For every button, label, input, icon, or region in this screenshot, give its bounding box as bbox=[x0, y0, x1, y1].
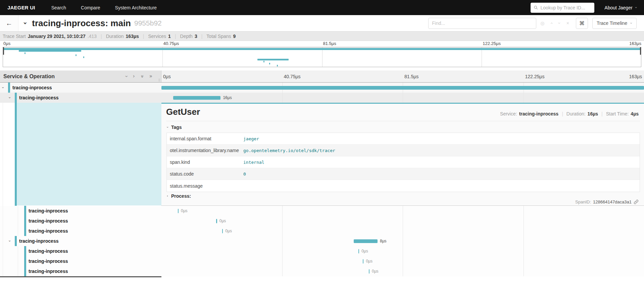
minimap-gridline bbox=[322, 47, 323, 67]
span-color-stripe bbox=[8, 83, 10, 93]
span-name-cell[interactable]: tracing-inprocess bbox=[0, 216, 161, 226]
timeline-gridline bbox=[282, 216, 283, 226]
trace-id-lookup[interactable] bbox=[531, 3, 594, 13]
span-timeline-cell[interactable]: 0µs bbox=[161, 266, 644, 276]
minimap-drag-handle-left[interactable] bbox=[3, 47, 4, 55]
jaeger-ui-logo[interactable]: JAEGER UI bbox=[7, 5, 35, 10]
detail-meta-value: 16µs bbox=[588, 111, 598, 116]
span-name-cell[interactable]: ›tracing-inprocess bbox=[0, 83, 161, 93]
chevron-down-icon: › bbox=[634, 7, 638, 8]
expand-one-icon[interactable]: › bbox=[133, 74, 135, 79]
column-resize-grip[interactable]: || bbox=[158, 78, 160, 82]
top-nav: JAEGER UI Search Compare System Architec… bbox=[0, 0, 644, 15]
timeline-gridline bbox=[282, 246, 283, 256]
span-duration-bar[interactable] bbox=[222, 229, 223, 233]
timeline-gridline bbox=[282, 93, 283, 103]
minimap-drag-handle-right[interactable] bbox=[640, 47, 641, 55]
span-name-cell[interactable]: tracing-inprocess bbox=[0, 206, 161, 216]
span-detail-left-highlight[interactable] bbox=[17, 103, 161, 205]
span-duration-bar[interactable] bbox=[216, 219, 217, 223]
span-duration-bar[interactable] bbox=[178, 209, 179, 213]
span-row[interactable]: tracing-inprocess0µs bbox=[0, 246, 644, 256]
tag-row[interactable]: status.message bbox=[167, 180, 640, 192]
span-expander-icon[interactable]: › bbox=[1, 87, 5, 89]
timeline-gridline bbox=[282, 256, 283, 266]
jaeger-trace-page: JAEGER UI Search Compare System Architec… bbox=[0, 0, 644, 284]
span-row[interactable]: tracing-inprocess0µs bbox=[0, 256, 644, 266]
span-expander-icon[interactable]: › bbox=[8, 240, 12, 242]
collapse-one-icon[interactable]: › bbox=[123, 76, 129, 78]
expand-all-icon[interactable]: » bbox=[149, 74, 152, 79]
span-name-cell[interactable]: tracing-inprocess bbox=[0, 266, 161, 276]
span-row[interactable]: tracing-inprocess0µs bbox=[0, 216, 644, 226]
collapse-all-icon[interactable]: » bbox=[140, 75, 145, 78]
indent-guide bbox=[18, 226, 18, 236]
tag-row[interactable]: internal.span.formatjaeger bbox=[167, 133, 640, 145]
span-row[interactable]: ›tracing-inprocess bbox=[0, 83, 644, 93]
tag-value: jaeger bbox=[243, 136, 259, 141]
span-name-cell[interactable]: tracing-inprocess bbox=[0, 246, 161, 256]
indent-guide bbox=[3, 103, 3, 206]
timeline-gridline bbox=[282, 266, 283, 276]
focus-match-icon[interactable]: ◎ bbox=[540, 20, 544, 26]
copy-link-icon[interactable] bbox=[634, 199, 639, 204]
span-timeline-cell[interactable] bbox=[161, 83, 644, 93]
span-timeline-cell[interactable]: 0µs bbox=[161, 246, 644, 256]
span-duration-bar[interactable] bbox=[369, 269, 370, 274]
tag-row[interactable]: status.code0 bbox=[167, 168, 640, 180]
nav-item-system-architecture[interactable]: System Architecture bbox=[115, 5, 157, 10]
span-duration-bar[interactable] bbox=[173, 96, 220, 100]
minimap-tick-label: 163µs bbox=[629, 41, 641, 46]
nav-item-compare[interactable]: Compare bbox=[81, 5, 100, 10]
timeline-gridline bbox=[282, 236, 283, 246]
span-duration-bar[interactable] bbox=[354, 239, 378, 243]
trace-meta-bar: Trace StartJanuary 29 2021, 10:10:27.413… bbox=[0, 31, 644, 41]
span-name-cell[interactable]: tracing-inprocess bbox=[0, 226, 161, 236]
rows-end-marker bbox=[0, 276, 161, 277]
span-duration-bar[interactable] bbox=[358, 249, 359, 253]
back-button[interactable]: ← bbox=[0, 15, 18, 31]
span-name-cell[interactable]: ›tracing-inprocess bbox=[0, 93, 161, 103]
span-timeline-cell[interactable]: 0µs bbox=[161, 206, 644, 216]
minimap-span-bar bbox=[83, 56, 84, 58]
tag-row[interactable]: span.kindinternal bbox=[167, 156, 640, 168]
keyboard-shortcuts-button[interactable]: ⌘ bbox=[576, 18, 588, 29]
span-duration-bar[interactable] bbox=[363, 259, 364, 264]
span-expander-icon[interactable]: › bbox=[8, 97, 12, 99]
span-row[interactable]: ›tracing-inprocess16µs bbox=[0, 93, 644, 103]
trace-collapse-icon[interactable]: › bbox=[22, 22, 29, 25]
span-timeline-cell[interactable]: 0µs bbox=[161, 226, 644, 236]
span-timeline-cell[interactable]: 16µs bbox=[161, 93, 644, 103]
indent-guide bbox=[3, 236, 3, 246]
span-duration-label: 0µs bbox=[366, 259, 373, 264]
span-name-cell[interactable]: tracing-inprocess bbox=[0, 256, 161, 266]
span-name-cell[interactable]: ›tracing-inprocess bbox=[0, 236, 161, 246]
expand-collapse-controls: › › » » bbox=[125, 74, 152, 79]
tags-section-toggle[interactable]: › Tags bbox=[167, 125, 182, 130]
meta-label: Services bbox=[148, 34, 166, 39]
clear-find-icon[interactable]: × bbox=[566, 20, 569, 26]
span-timeline-cell[interactable]: 8µs bbox=[161, 236, 644, 246]
process-section-toggle[interactable]: › Process: bbox=[167, 193, 191, 199]
span-timeline-cell[interactable]: 0µs bbox=[161, 216, 644, 226]
span-duration-bar[interactable] bbox=[161, 86, 644, 90]
span-duration-label: 0µs bbox=[181, 208, 188, 213]
find-input[interactable] bbox=[428, 18, 536, 29]
meta-item: Total Spans9 bbox=[206, 34, 236, 39]
timeline-tick-label: 40.75µs bbox=[284, 74, 301, 79]
span-row[interactable]: tracing-inprocess0µs bbox=[0, 206, 644, 216]
next-match-icon[interactable]: › bbox=[557, 22, 562, 24]
prev-match-icon[interactable]: › bbox=[549, 22, 554, 24]
nav-item-search[interactable]: Search bbox=[51, 5, 66, 10]
span-row[interactable]: ›tracing-inprocess8µs bbox=[0, 236, 644, 246]
minimap-canvas[interactable] bbox=[3, 47, 641, 67]
view-mode-select[interactable]: Trace Timeline › bbox=[592, 18, 637, 29]
span-timeline-cell[interactable]: 0µs bbox=[161, 256, 644, 266]
span-row[interactable]: tracing-inprocess0µs bbox=[0, 226, 644, 236]
trace-id-input[interactable] bbox=[541, 5, 592, 10]
indent-guide bbox=[18, 206, 18, 216]
about-jaeger-menu[interactable]: About Jaeger › bbox=[604, 5, 637, 10]
span-row[interactable]: tracing-inprocess0µs bbox=[0, 266, 644, 276]
timeline-gridline bbox=[282, 206, 283, 216]
tag-row[interactable]: otel.instrumentation_library.namego.open… bbox=[167, 145, 640, 156]
